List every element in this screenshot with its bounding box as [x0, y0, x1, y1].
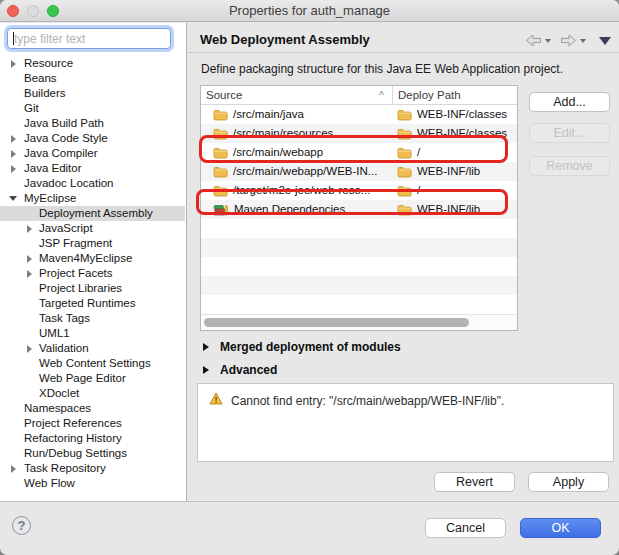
folder-icon	[213, 166, 228, 178]
section-advanced[interactable]: Advanced	[203, 363, 277, 377]
source-cell[interactable]: /src/main/webapp	[201, 143, 392, 162]
library-icon	[213, 204, 229, 216]
tree-toggle-icon[interactable]	[11, 465, 16, 473]
forward-menu-icon[interactable]	[580, 39, 586, 43]
sidebar-item-web-content-settings[interactable]: Web Content Settings	[0, 356, 185, 371]
sidebar-item-task-tags[interactable]: Task Tags	[0, 311, 185, 326]
sidebar-item-beans[interactable]: Beans	[0, 71, 185, 86]
sidebar-item-targeted-runtimes[interactable]: Targeted Runtimes	[0, 296, 185, 311]
tree-toggle-icon[interactable]	[11, 135, 16, 143]
sidebar-item-project-references[interactable]: Project References	[0, 416, 185, 431]
deploy-cell[interactable]: WEB-INF/lib	[392, 162, 517, 181]
sidebar-item-java-editor[interactable]: Java Editor	[0, 161, 185, 176]
source-cell[interactable]: /src/main/webapp/WEB-IN...	[201, 162, 392, 181]
sidebar-item-javadoc-location[interactable]: Javadoc Location	[0, 176, 185, 191]
revert-button[interactable]: Revert	[434, 472, 515, 492]
sidebar-item-builders[interactable]: Builders	[0, 86, 185, 101]
sidebar-item-project-facets[interactable]: Project Facets	[0, 266, 185, 281]
table-row[interactable]: Maven Dependencies WEB-INF/lib	[201, 200, 517, 219]
sidebar-item-label: Task Repository	[24, 462, 106, 474]
cancel-button[interactable]: Cancel	[425, 518, 506, 538]
help-button[interactable]: ?	[12, 516, 31, 535]
deploy-cell[interactable]: WEB-INF/classes	[392, 124, 517, 143]
page-title: Web Deployment Assembly	[200, 32, 370, 47]
sidebar-item-java-code-style[interactable]: Java Code Style	[0, 131, 185, 146]
column-header-deploy-path[interactable]: Deploy Path	[398, 86, 461, 105]
tree-toggle-icon[interactable]	[27, 345, 32, 353]
source-cell[interactable]: /src/main/resources	[201, 124, 392, 143]
sidebar-item-project-libraries[interactable]: Project Libraries	[0, 281, 185, 296]
table-row[interactable]: /target/m2e-jee/web-reso... /	[201, 181, 517, 200]
tree-toggle-icon[interactable]	[11, 150, 16, 158]
apply-button[interactable]: Apply	[528, 472, 609, 492]
tree-toggle-icon[interactable]	[9, 196, 17, 201]
deploy-cell[interactable]: /	[392, 181, 517, 200]
deploy-cell[interactable]: WEB-INF/lib	[392, 200, 517, 219]
table-row[interactable]: /src/main/webapp/WEB-IN... WEB-INF/lib	[201, 162, 517, 181]
zoom-window-icon[interactable]	[47, 5, 59, 17]
properties-tree: Resource Beans Builders Git Java Build P…	[0, 56, 185, 491]
sidebar-item-git[interactable]: Git	[0, 101, 185, 116]
sidebar-item-javascript[interactable]: JavaScript	[0, 221, 185, 236]
column-header-source[interactable]: Source	[206, 86, 242, 105]
sidebar-item-label: Resource	[24, 57, 73, 69]
source-cell[interactable]: /target/m2e-jee/web-reso...	[201, 181, 392, 200]
tree-toggle-icon[interactable]	[11, 60, 16, 68]
filter-input[interactable]	[7, 28, 171, 49]
sidebar-item-namespaces[interactable]: Namespaces	[0, 401, 185, 416]
source-cell[interactable]: Maven Dependencies	[201, 200, 392, 219]
close-window-icon[interactable]	[7, 5, 19, 17]
sidebar-item-deployment-assembly[interactable]: Deployment Assembly	[0, 206, 185, 221]
problems-box: Cannot find entry: "/src/main/webapp/WEB…	[197, 383, 614, 462]
back-menu-icon[interactable]	[545, 39, 551, 43]
table-row[interactable]: /src/main/resources WEB-INF/classes	[201, 124, 517, 143]
sidebar-item-jsp-fragment[interactable]: JSP Fragment	[0, 236, 185, 251]
sidebar-item-resource[interactable]: Resource	[0, 56, 185, 71]
sidebar-item-label: Targeted Runtimes	[39, 297, 136, 309]
expand-arrow-icon[interactable]	[203, 343, 209, 351]
sidebar-item-validation[interactable]: Validation	[0, 341, 185, 356]
tree-toggle-icon[interactable]	[27, 270, 32, 278]
ok-button[interactable]: OK	[520, 518, 601, 538]
sidebar-item-java-build-path[interactable]: Java Build Path	[0, 116, 185, 131]
edit-button[interactable]: Edit...	[529, 123, 610, 143]
deploy-cell[interactable]: /	[392, 143, 517, 162]
sidebar-item-web-flow[interactable]: Web Flow	[0, 476, 185, 491]
source-path: /src/main/webapp/WEB-IN...	[233, 162, 377, 181]
sidebar-item-run-debug-settings[interactable]: Run/Debug Settings	[0, 446, 185, 461]
folder-icon	[397, 204, 412, 216]
scrollbar-thumb[interactable]	[204, 318, 469, 327]
folder-icon	[397, 185, 412, 197]
sidebar-item-label: MyEclipse	[24, 192, 76, 204]
sidebar-item-myeclipse[interactable]: MyEclipse	[0, 191, 185, 206]
sidebar-item-refactoring-history[interactable]: Refactoring History	[0, 431, 185, 446]
tree-toggle-icon[interactable]	[27, 225, 32, 233]
tree-toggle-icon[interactable]	[11, 165, 16, 173]
table-row[interactable]: /src/main/webapp /	[201, 143, 517, 162]
table-row[interactable]: /src/main/java WEB-INF/classes	[201, 105, 517, 124]
source-cell[interactable]: /src/main/java	[201, 105, 392, 124]
sidebar-item-label: Project Libraries	[39, 282, 122, 294]
folder-icon	[213, 185, 228, 197]
deploy-cell[interactable]: WEB-INF/classes	[392, 105, 517, 124]
sidebar-item-java-compiler[interactable]: Java Compiler	[0, 146, 185, 161]
view-menu-icon[interactable]	[599, 37, 611, 45]
remove-button[interactable]: Remove	[529, 156, 610, 176]
sidebar-item-uml1[interactable]: UML1	[0, 326, 185, 341]
expand-arrow-icon[interactable]	[203, 366, 209, 374]
back-icon[interactable]	[525, 34, 542, 47]
page-description: Define packaging structure for this Java…	[201, 62, 563, 76]
sort-ascending-icon[interactable]: ^	[379, 86, 384, 105]
horizontal-scrollbar[interactable]	[201, 314, 517, 330]
forward-icon[interactable]	[560, 34, 577, 47]
warning-message: Cannot find entry: "/src/main/webapp/WEB…	[231, 394, 504, 408]
tree-toggle-icon[interactable]	[27, 255, 32, 263]
sidebar-item-task-repository[interactable]: Task Repository	[0, 461, 185, 476]
section-merged-deployment[interactable]: Merged deployment of modules	[203, 340, 401, 354]
sidebar-item-label: Git	[24, 102, 39, 114]
sidebar-item-xdoclet[interactable]: XDoclet	[0, 386, 185, 401]
sidebar-item-web-page-editor[interactable]: Web Page Editor	[0, 371, 185, 386]
sidebar-item-label: Builders	[24, 87, 66, 99]
add-button[interactable]: Add...	[529, 92, 610, 112]
sidebar-item-maven4myeclipse[interactable]: Maven4MyEclipse	[0, 251, 185, 266]
